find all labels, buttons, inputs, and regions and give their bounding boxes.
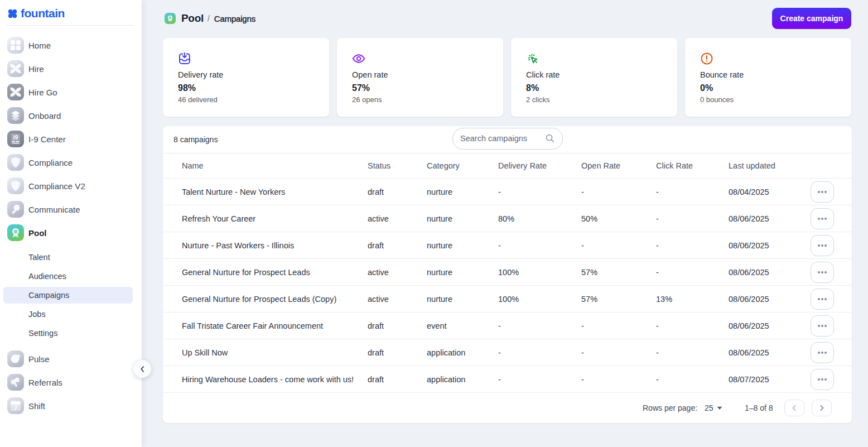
svg-text:7: 7 <box>14 405 17 411</box>
svg-text:i9: i9 <box>13 134 18 141</box>
